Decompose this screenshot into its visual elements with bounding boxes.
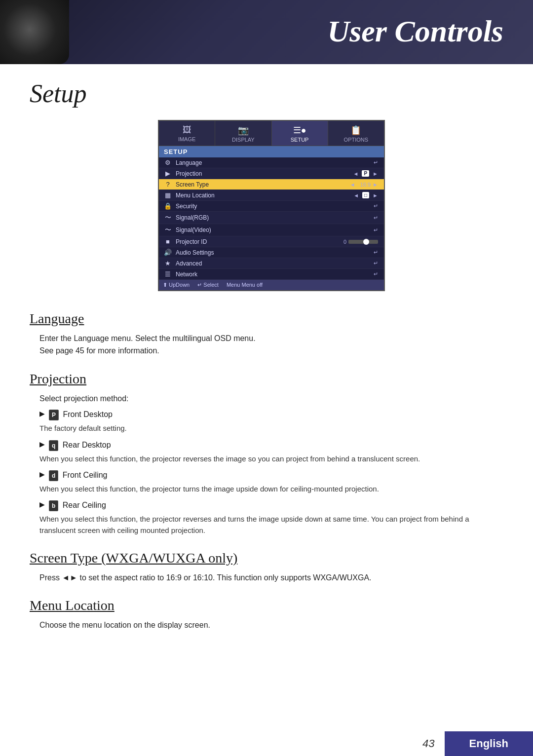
menu-location-section-heading: Menu Location [30,598,503,613]
osd-row-network[interactable]: ☰ Network ↵ [159,269,384,280]
projection-bullet-rear-desktop: ▶ q Rear Desktop [39,439,503,451]
updown-hint: ⬆ UpDown [163,282,190,288]
tab-options[interactable]: 📋 OPTIONS [328,121,384,146]
signal-rgb-label: Signal(RGB) [176,214,372,221]
security-arrow: ↵ [374,203,378,209]
page-number: 43 [413,732,444,755]
network-arrow: ↵ [374,271,378,277]
osd-row-audio[interactable]: 🔊 Audio Settings ↵ [159,247,384,258]
advanced-arrow: ↵ [374,260,378,266]
osd-row-language[interactable]: ⚙ Language ↵ [159,157,384,168]
projector-id-slider[interactable] [348,240,378,244]
menu-location-label: Menu Location [176,192,351,199]
projector-id-value: 0 [343,239,346,245]
tab-display-label: DISPLAY [232,137,255,143]
main-content: Setup 🖼 IMAGE 📷 DISPLAY ☰● SETUP 📋 OPTIO… [0,64,533,665]
tab-image-label: IMAGE [178,136,195,142]
audio-arrow: ↵ [374,249,378,256]
projection-rear-desktop-desc: When you select this function, the proje… [39,453,503,464]
menu-location-right-arrow: ► [373,192,378,198]
signal-rgb-arrow: ↵ [374,215,378,221]
setup-heading: Setup [30,79,503,108]
language-body-text: Enter the Language menu. Select the mult… [39,333,503,357]
projection-bullet-rear-ceiling: ▶ b Rear Ceiling [39,499,503,511]
projection-section-heading: Projection [30,371,503,387]
osd-row-menu-location[interactable]: ▦ Menu Location ◄ □ ► [159,190,384,201]
advanced-label: Advanced [176,260,372,267]
projection-rear-ceiling: b Rear Ceiling [49,499,106,511]
screen-type-value: 16:9 [360,182,371,188]
tab-setup[interactable]: ☰● SETUP [272,121,328,146]
osd-row-security[interactable]: 🔒 Security ↵ [159,201,384,212]
projection-label: Projection [176,170,351,177]
projector-id-slider-handle [363,239,369,245]
menu-location-icon: ▦ [163,191,173,199]
osd-row-signal-video[interactable]: 〜 Signal(Video) ↵ [159,224,384,236]
signal-video-arrow: ↵ [374,227,378,233]
signal-video-label: Signal(Video) [176,227,372,233]
menu-location-body-text: Choose the menu location on the display … [39,619,503,632]
bullet-arrow-2: ▶ [39,440,45,448]
image-tab-icon: 🖼 [161,125,213,135]
projection-bullet-front-desktop: ▶ P Front Desktop [39,409,503,420]
screen-type-label: Screen Type [176,181,348,188]
screen-type-section-heading: Screen Type (WXGA/WUXGA only) [30,550,503,566]
page-title: User Controls [327,14,503,49]
projection-badge-d: d [49,470,58,481]
projector-id-icon: ■ [163,238,173,245]
projection-bullet-front-ceiling: ▶ d Front Ceiling [39,469,503,481]
bullet-arrow-3: ▶ [39,470,45,478]
projection-intro: Select projection method: [39,393,503,405]
osd-row-advanced[interactable]: ★ Advanced ↵ [159,258,384,269]
display-tab-icon: 📷 [217,125,269,136]
options-tab-icon: 📋 [330,125,382,136]
network-label: Network [176,271,372,278]
projection-front-desktop-desc: The factory default setting. [39,422,503,434]
osd-row-projection[interactable]: ▶ Projection ◄ P ► [159,168,384,179]
tab-display[interactable]: 📷 DISPLAY [215,121,271,146]
menu-location-left-arrow: ◄ [353,192,359,198]
screen-type-body-text: Press ◄► to set the aspect ratio to 16:9… [39,572,503,584]
osd-tab-bar: 🖼 IMAGE 📷 DISPLAY ☰● SETUP 📋 OPTIONS [159,121,384,146]
screen-type-right-arrow: ► [373,182,378,188]
projection-rear-ceiling-desc: When you select this function, the proje… [39,513,503,536]
setup-tab-icon: ☰● [274,125,326,136]
tab-setup-label: SETUP [291,137,309,143]
projection-badge: P [362,170,369,177]
osd-menu-panel: 🖼 IMAGE 📷 DISPLAY ☰● SETUP 📋 OPTIONS SET… [158,120,385,291]
osd-row-signal-rgb[interactable]: 〜 Signal(RGB) ↵ [159,212,384,224]
osd-row-projector-id[interactable]: ■ Projector ID 0 [159,236,384,247]
tab-options-label: OPTIONS [344,137,369,143]
osd-row-screen-type[interactable]: ? Screen Type ◄ 16:9 ► [159,179,384,190]
security-label: Security [176,203,372,210]
projector-id-label: Projector ID [176,238,341,245]
osd-bottom-bar: ⬆ UpDown ↵ Select Menu Menu off [159,280,384,290]
tab-image[interactable]: 🖼 IMAGE [159,121,215,146]
menu-location-badge: □ [362,192,369,198]
osd-section-header: SETUP [159,146,384,157]
language-label: Language [176,159,372,166]
audio-icon: 🔊 [163,249,173,256]
projection-right-arrow: ► [373,171,378,177]
signal-rgb-icon: 〜 [163,213,173,222]
screen-type-left-arrow: ◄ [350,182,355,188]
projection-front-ceiling: d Front Ceiling [49,469,108,481]
page-footer: 43 English [413,731,533,756]
lens-icon [0,0,69,64]
language-arrow: ↵ [374,159,378,166]
projection-icon: ▶ [163,170,173,177]
language-icon: ⚙ [163,159,173,166]
projection-front-desktop: P Front Desktop [49,409,113,420]
advanced-icon: ★ [163,260,173,267]
page-language: English [445,731,533,756]
security-icon: 🔒 [163,202,173,210]
bullet-arrow-4: ▶ [39,500,45,508]
bullet-arrow-1: ▶ [39,410,45,417]
projection-badge-q: q [49,440,58,451]
menu-off-hint: Menu Menu off [227,282,263,288]
projection-left-arrow: ◄ [353,171,359,177]
network-icon: ☰ [163,270,173,278]
language-section-heading: Language [30,311,503,327]
select-hint: ↵ Select [197,282,219,288]
signal-video-icon: 〜 [163,226,173,234]
